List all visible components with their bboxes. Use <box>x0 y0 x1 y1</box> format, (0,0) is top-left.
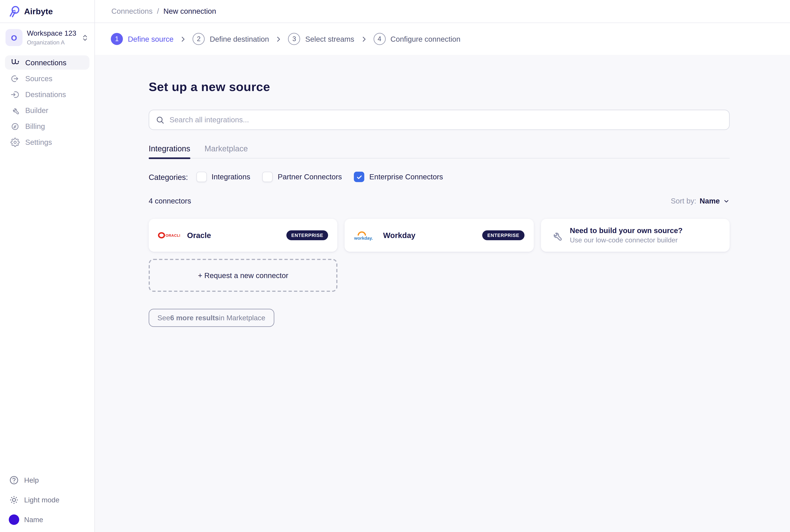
step-number: 1 <box>111 33 123 45</box>
wrench-icon <box>11 106 20 115</box>
check-icon <box>356 174 362 180</box>
build-card-title: Need to build your own source? <box>570 227 683 235</box>
checkbox-enterprise-connectors[interactable] <box>354 172 364 182</box>
connections-icon <box>11 58 20 67</box>
checkbox-label: Integrations <box>211 173 250 181</box>
destination-import-icon <box>11 90 20 99</box>
workspace-name: Workspace 123 <box>27 30 77 38</box>
source-export-icon <box>11 74 20 83</box>
theme-toggle[interactable]: Light mode <box>9 495 86 505</box>
enterprise-badge: ENTERPRISE <box>483 230 524 240</box>
step-number: 3 <box>288 33 300 45</box>
chevrons-up-down-icon <box>81 33 89 42</box>
sidebar-footer: Help Light mode Name <box>0 475 94 532</box>
see-more-suffix: in Marketplace <box>219 314 265 322</box>
sidebar-item-builder[interactable]: Builder <box>5 103 90 117</box>
tab-integrations[interactable]: Integrations <box>149 144 190 158</box>
step-define-destination[interactable]: 2 Define destination <box>193 33 269 45</box>
workspace-org: Organization A <box>27 39 77 45</box>
step-define-source[interactable]: 1 Define source <box>111 33 173 45</box>
enterprise-badge: ENTERPRISE <box>286 230 328 240</box>
sidebar-item-sources[interactable]: Sources <box>5 71 90 86</box>
filter-partner-connectors[interactable]: Partner Connectors <box>262 172 342 182</box>
breadcrumb: Connections / New connection <box>95 0 790 23</box>
sidebar-item-label: Builder <box>25 106 48 114</box>
sidebar: Airbyte O Workspace 123 Organization A <box>0 0 95 532</box>
categories-label: Categories: <box>149 173 188 182</box>
user-menu[interactable]: Name <box>9 514 86 525</box>
connector-grid: ORACLE Oracle ENTERPRISE workday. Workda… <box>149 219 730 252</box>
wrench-icon <box>550 229 563 242</box>
connector-card-oracle[interactable]: ORACLE Oracle ENTERPRISE <box>149 219 338 252</box>
category-filters: Categories: Integrations Partner Connect… <box>149 172 730 182</box>
build-card-subtitle: Use our low-code connector builder <box>570 236 683 244</box>
sidebar-item-label: Connections <box>25 58 67 67</box>
sidebar-item-label: Sources <box>25 74 53 83</box>
brand-name: Airbyte <box>24 6 53 16</box>
checkbox-label: Enterprise Connectors <box>370 173 443 181</box>
sidebar-item-connections[interactable]: Connections <box>5 55 90 70</box>
breadcrumb-separator: / <box>157 7 159 15</box>
chevron-right-icon <box>180 36 187 43</box>
wizard-stepper: 1 Define source 2 Define destination 3 S… <box>95 23 790 55</box>
theme-label: Light mode <box>24 496 59 504</box>
chevron-down-icon <box>723 198 730 204</box>
sidebar-item-label: Billing <box>25 122 45 130</box>
sidebar-item-billing[interactable]: Billing <box>5 119 90 133</box>
help-label: Help <box>24 476 39 484</box>
breadcrumb-current: New connection <box>163 7 216 15</box>
sun-icon <box>9 495 19 505</box>
sidebar-item-label: Settings <box>25 138 52 146</box>
see-more-count: 6 more results <box>170 314 219 322</box>
filter-integrations[interactable]: Integrations <box>196 172 250 182</box>
step-label: Define destination <box>210 35 269 43</box>
filter-enterprise-connectors[interactable]: Enterprise Connectors <box>354 172 443 182</box>
workspace-meta: Workspace 123 Organization A <box>27 30 77 45</box>
chevron-right-icon <box>275 36 282 43</box>
step-select-streams[interactable]: 3 Select streams <box>288 33 354 45</box>
svg-text:workday.: workday. <box>354 236 373 241</box>
workspace-switcher[interactable]: O Workspace 123 Organization A <box>4 29 90 46</box>
workday-logo: workday. <box>354 229 376 242</box>
request-connector-button[interactable]: + Request a new connector <box>149 259 338 292</box>
sidebar-item-label: Destinations <box>25 90 66 98</box>
help-button[interactable]: Help <box>9 475 86 486</box>
sidebar-item-settings[interactable]: Settings <box>5 135 90 149</box>
main-column: Connections / New connection 1 Define so… <box>95 0 790 532</box>
gear-icon <box>11 137 20 147</box>
brand-header: Airbyte <box>0 0 94 23</box>
tab-marketplace[interactable]: Marketplace <box>204 144 248 158</box>
checkbox-label: Partner Connectors <box>278 173 342 181</box>
breadcrumb-connections-link[interactable]: Connections <box>111 7 152 15</box>
user-label: Name <box>24 516 43 524</box>
connector-card-workday[interactable]: workday. Workday ENTERPRISE <box>345 219 533 252</box>
sidebar-nav: Connections Sources <box>0 55 94 149</box>
connector-name: Workday <box>383 231 415 240</box>
sort-label: Sort by: <box>671 197 696 205</box>
checkbox-partner-connectors[interactable] <box>262 172 272 182</box>
sort-dropdown[interactable]: Sort by: Name <box>671 197 730 205</box>
search-input[interactable] <box>170 116 722 124</box>
see-more-prefix: See <box>157 314 170 322</box>
build-own-source-card[interactable]: Need to build your own source? Use our l… <box>541 219 730 252</box>
checkbox-integrations[interactable] <box>196 172 207 182</box>
sort-value: Name <box>700 197 720 205</box>
page-title: Set up a new source <box>149 79 730 94</box>
step-number: 4 <box>373 33 385 45</box>
workspace-avatar: O <box>5 29 22 46</box>
search-icon <box>156 116 165 124</box>
step-label: Select streams <box>305 35 354 43</box>
connector-count: 4 connectors <box>149 197 191 205</box>
sidebar-item-destinations[interactable]: Destinations <box>5 87 90 101</box>
results-header: 4 connectors Sort by: Name <box>149 197 730 205</box>
step-number: 2 <box>193 33 205 45</box>
avatar <box>9 514 19 525</box>
build-card-texts: Need to build your own source? Use our l… <box>570 227 683 244</box>
see-more-marketplace-button[interactable]: See 6 more results in Marketplace <box>149 309 274 327</box>
search-bar <box>149 110 730 130</box>
step-configure-connection[interactable]: 4 Configure connection <box>373 33 460 45</box>
page-content: Set up a new source Integrations Marketp… <box>95 55 790 532</box>
tabs: Integrations Marketplace <box>149 144 730 158</box>
oracle-logo: ORACLE <box>158 231 180 239</box>
step-label: Define source <box>128 35 173 43</box>
